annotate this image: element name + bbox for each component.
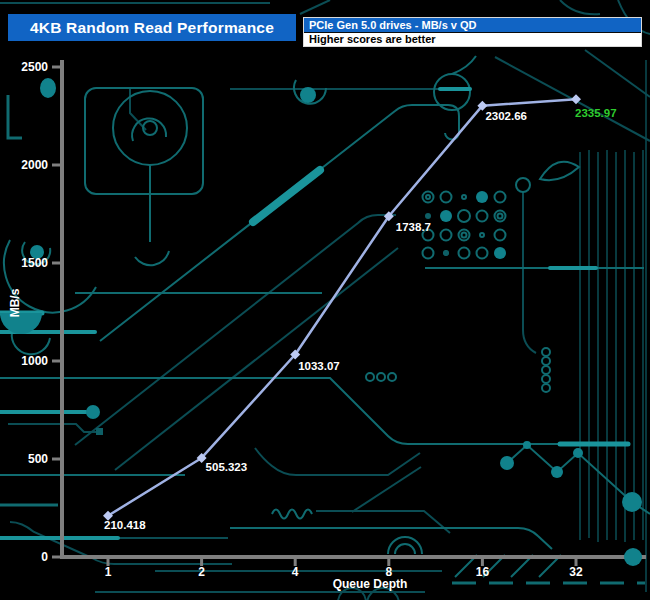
- data-point-label: 210.418: [104, 519, 146, 531]
- x-tick-label: 16: [476, 565, 490, 579]
- data-point-label: 2335.97: [575, 107, 617, 119]
- x-tick-label: 2: [198, 565, 205, 579]
- y-axis: [60, 60, 64, 559]
- y-tick-label: 2000: [21, 158, 48, 172]
- y-axis-title: MB/s: [8, 280, 22, 326]
- legend-subtitle: PCIe Gen 5.0 drives - MB/s v QD: [304, 18, 641, 33]
- data-point-label: 505.323: [206, 461, 248, 473]
- y-axis-ticks: 05001000150020002500: [21, 60, 60, 564]
- circuit-node-on-axis: [624, 548, 642, 566]
- data-point: [571, 94, 581, 104]
- data-point-label: 1738.7: [396, 221, 431, 233]
- x-axis: [60, 555, 646, 559]
- data-point-label: 2302.66: [485, 110, 527, 122]
- y-tick-label: 0: [41, 550, 48, 564]
- chart-canvas: 05001000150020002500 12481632 210.418505…: [0, 0, 650, 600]
- data-point-label: 1033.07: [298, 360, 340, 372]
- y-tick-label: 2500: [21, 60, 48, 74]
- x-tick-label: 1: [105, 565, 112, 579]
- line-chart: 05001000150020002500 12481632 210.418505…: [0, 0, 650, 600]
- x-tick-label: 32: [569, 565, 583, 579]
- page-title: 4KB Random Read Performance: [30, 19, 274, 37]
- x-tick-label: 4: [292, 565, 299, 579]
- x-axis-title: Queue Depth: [308, 577, 432, 591]
- data-line: [108, 99, 576, 516]
- y-tick-label: 1500: [21, 256, 48, 270]
- y-tick-label: 1000: [21, 354, 48, 368]
- legend-box: PCIe Gen 5.0 drives - MB/s v QD Higher s…: [303, 17, 642, 47]
- data-series: 210.418505.3231033.071738.72302.662335.9…: [103, 94, 617, 531]
- y-tick-label: 500: [28, 452, 48, 466]
- title-bar: 4KB Random Read Performance: [8, 14, 296, 41]
- legend-note: Higher scores are better: [304, 33, 641, 46]
- x-axis-ticks: 12481632: [105, 559, 583, 579]
